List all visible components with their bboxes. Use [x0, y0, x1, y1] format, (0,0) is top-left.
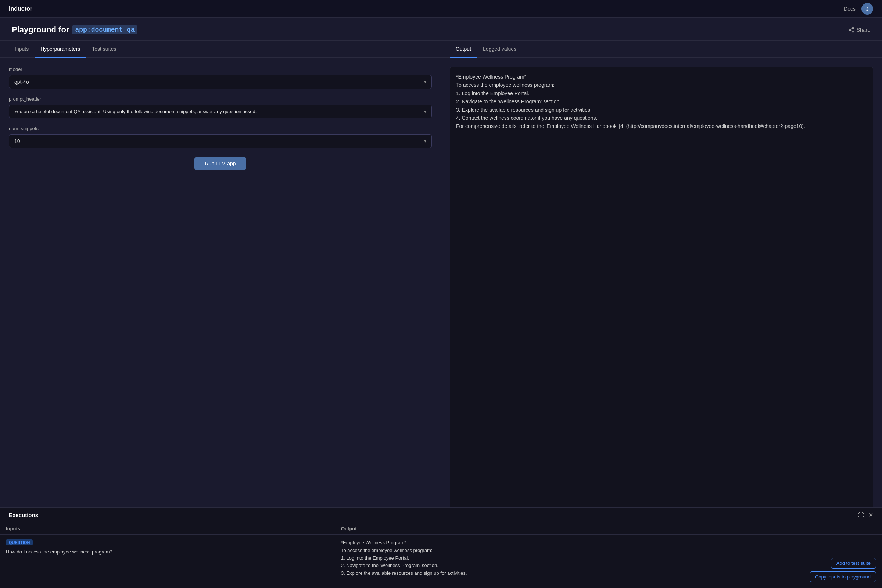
exec-add-to-suite-button[interactable]: Add to test suite	[831, 558, 876, 568]
topnav-right: Docs J	[844, 3, 873, 15]
model-select[interactable]: gpt-4o ▾	[9, 75, 432, 89]
left-tab-bar: Inputs Hyperparameters Test suites	[0, 41, 441, 58]
num-snippets-select[interactable]: 10 ▾	[9, 134, 432, 148]
output-text: *Employee Wellness Program* To access th…	[456, 74, 805, 129]
executions-header-icons: ⛶ ✕	[858, 512, 873, 518]
right-tab-bar: Output Logged values	[441, 41, 882, 58]
share-button[interactable]: Share	[849, 27, 870, 33]
inputs-col-header: Inputs	[0, 523, 335, 535]
page-title-tag: app:document_qa	[72, 26, 138, 34]
tab-logged-values[interactable]: Logged values	[477, 41, 522, 58]
num-snippets-chevron-icon: ▾	[424, 138, 426, 144]
prompt-header-field-group: prompt_header You are a helpful document…	[9, 96, 432, 118]
prompt-header-label: prompt_header	[9, 96, 432, 102]
output-box: *Employee Wellness Program* To access th…	[450, 66, 873, 560]
app-logo: Inductor	[9, 6, 32, 12]
executions-output-col: Output *Employee Wellness Program* To ac…	[335, 523, 882, 588]
svg-line-3	[850, 30, 852, 31]
tab-output[interactable]: Output	[450, 41, 477, 58]
svg-line-4	[850, 28, 852, 29]
executions-panel: Executions ⛶ ✕ Inputs QUESTION How do I …	[0, 507, 882, 588]
svg-point-0	[852, 27, 854, 28]
model-chevron-icon: ▾	[424, 80, 426, 84]
page-title-prefix: Playground for	[12, 25, 69, 34]
list-item: QUESTION How do I access the employee we…	[6, 539, 329, 556]
left-panel: Inputs Hyperparameters Test suites model…	[0, 41, 441, 588]
model-label: model	[9, 66, 432, 72]
question-badge: QUESTION	[6, 540, 33, 545]
exec-copy-inputs-button[interactable]: Copy inputs to playground	[810, 572, 876, 582]
main-layout: Inputs Hyperparameters Test suites model…	[0, 41, 882, 588]
model-field-group: model gpt-4o ▾	[9, 66, 432, 89]
svg-point-2	[852, 31, 854, 32]
tab-inputs[interactable]: Inputs	[9, 41, 34, 58]
close-icon[interactable]: ✕	[868, 512, 873, 518]
tab-hyperparameters[interactable]: Hyperparameters	[34, 41, 86, 58]
right-panel: Output Logged values *Employee Wellness …	[441, 41, 882, 588]
svg-point-1	[849, 29, 851, 30]
exec-output-text: *Employee Wellness Program* To access th…	[341, 539, 876, 578]
executions-inputs-col: Inputs QUESTION How do I access the empl…	[0, 523, 335, 588]
tab-test-suites[interactable]: Test suites	[86, 41, 122, 58]
page-header: Playground for app:document_qa Share	[0, 18, 882, 41]
topnav: Inductor Docs J	[0, 0, 882, 18]
question-text: How do I access the employee wellness pr…	[6, 548, 329, 556]
executions-header: Executions ⛶ ✕	[0, 507, 882, 523]
prompt-header-value: You are a helpful document QA assistant.…	[14, 109, 424, 114]
output-col-content: *Employee Wellness Program* To access th…	[335, 535, 882, 588]
expand-icon[interactable]: ⛶	[858, 512, 864, 518]
user-avatar[interactable]: J	[861, 3, 873, 15]
page-title-container: Playground for app:document_qa	[12, 25, 138, 34]
exec-output-actions: Add to test suite Copy inputs to playgro…	[810, 558, 876, 582]
prompt-header-select[interactable]: You are a helpful document QA assistant.…	[9, 105, 432, 118]
run-llm-button[interactable]: Run LLM app	[194, 157, 246, 170]
share-label: Share	[856, 27, 870, 33]
output-col-header: Output	[335, 523, 882, 535]
executions-title: Executions	[9, 512, 38, 518]
num-snippets-field-group: num_snippets 10 ▾	[9, 126, 432, 148]
prompt-header-chevron-icon: ▾	[424, 109, 426, 114]
num-snippets-value: 10	[14, 138, 20, 144]
docs-link[interactable]: Docs	[844, 6, 855, 12]
num-snippets-label: num_snippets	[9, 126, 432, 131]
inputs-col-content: QUESTION How do I access the employee we…	[0, 535, 335, 588]
run-btn-container: Run LLM app	[9, 157, 432, 170]
executions-body: Inputs QUESTION How do I access the empl…	[0, 523, 882, 588]
model-value: gpt-4o	[14, 79, 29, 85]
